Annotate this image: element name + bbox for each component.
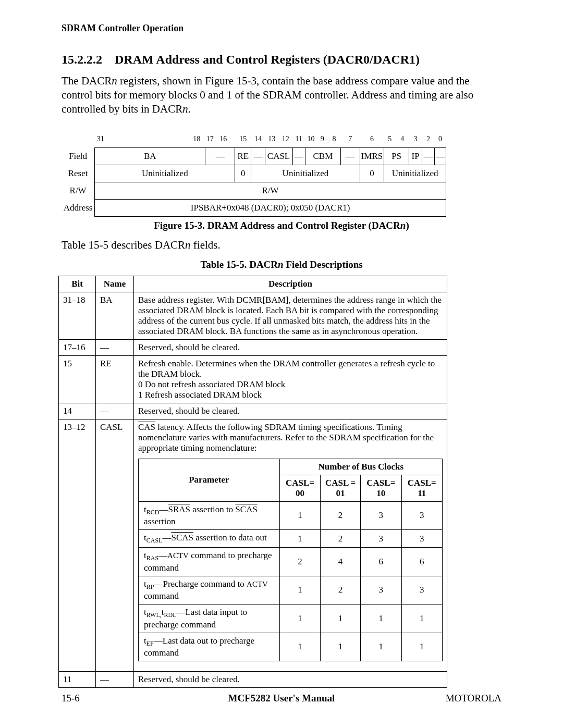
section-heading: 15.2.2.2 DRAM Address and Control Regist… bbox=[62, 53, 501, 67]
timing-row: tRAS—ACTV command to precharge command 2… bbox=[139, 548, 443, 576]
running-header: SDRAM Controller Operation bbox=[62, 23, 501, 34]
address-row: Address IPSBAR+0x048 (DACR0); 0x050 (DAC… bbox=[62, 199, 446, 216]
bit-number-row: 31 18 17 16 15 14 13 12 11 10 9 8 7 6 5 … bbox=[62, 131, 446, 148]
table-intro-line: Table 15-5 describes DACRn fields. bbox=[62, 239, 501, 252]
timing-row: tRWL,tRDL—Last data input to precharge c… bbox=[139, 604, 443, 633]
table-row: 31–18 BA Base address register. With DCM… bbox=[59, 292, 447, 339]
table-row-casl: 13–12 CASL CAS latency. Affects the foll… bbox=[59, 419, 447, 671]
field-description-table: Bit Name Description 31–18 BA Base addre… bbox=[58, 276, 447, 688]
reset-row: Reset Uninitialized 0 Uninitialized 0 Un… bbox=[62, 165, 446, 182]
timing-row: tRP—Precharge command to ACTV command 1 … bbox=[139, 576, 443, 604]
page-footer: 15-6 MCF5282 User's Manual MOTOROLA bbox=[62, 693, 501, 704]
casl-description-cell: CAS latency. Affects the following SDRAM… bbox=[134, 419, 447, 671]
table-row: 14 — Reserved, should be cleared. bbox=[59, 403, 447, 419]
figure-caption: Figure 15-3. DRAM Address and Control Re… bbox=[62, 220, 501, 231]
timing-row: tRCD—SRAS assertion to SCAS assertion 1 … bbox=[139, 501, 443, 529]
section-title: DRAM Address and Control Registers (DACR… bbox=[115, 53, 420, 66]
company-name: MOTOROLA bbox=[446, 693, 501, 704]
table-row: 11 — Reserved, should be cleared. bbox=[59, 671, 447, 687]
register-diagram: 31 18 17 16 15 14 13 12 11 10 9 8 7 6 5 … bbox=[62, 131, 446, 217]
table-row: 17–16 — Reserved, should be cleared. bbox=[59, 339, 447, 355]
casl-timing-table: Parameter Number of Bus Clocks CASL= 00 … bbox=[138, 459, 443, 661]
table-header-row: Bit Name Description bbox=[59, 276, 447, 292]
section-number: 15.2.2.2 bbox=[62, 53, 102, 66]
rw-row: R/W R/W bbox=[62, 182, 446, 199]
page-number: 15-6 bbox=[62, 693, 80, 704]
table-caption: Table 15-5. DACRn Field Descriptions bbox=[62, 259, 501, 270]
field-row: Field BA — RE — CASL — CBM — IMRS PS IP … bbox=[62, 147, 446, 165]
manual-title: MCF5282 User's Manual bbox=[62, 693, 501, 704]
intro-paragraph: The DACRn registers, shown in Figure 15-… bbox=[62, 74, 501, 116]
timing-row: tCASL—SCAS assertion to data out 1 2 3 3 bbox=[139, 530, 443, 548]
table-row: 15 RE Refresh enable. Determines when th… bbox=[59, 355, 447, 403]
timing-row: tEP—Last data out to precharge command 1… bbox=[139, 633, 443, 661]
